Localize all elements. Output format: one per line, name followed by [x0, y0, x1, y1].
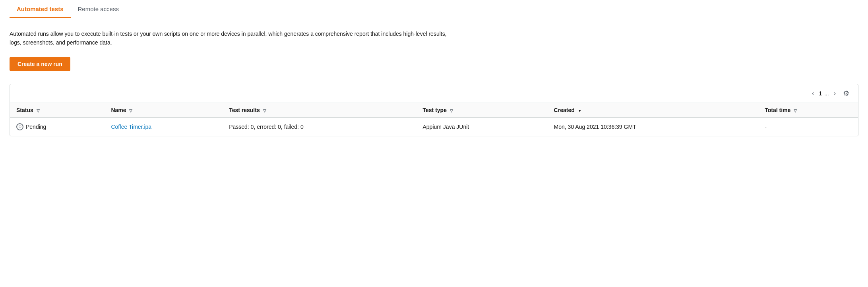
col-total-time-label: Total time	[765, 107, 790, 113]
pagination-controls: ‹ 1 ... › ⚙	[810, 89, 852, 98]
col-name-label: Name	[111, 107, 126, 113]
tab-automated-tests-label: Automated tests	[17, 6, 64, 12]
cell-status: ⊙ Pending	[10, 117, 105, 136]
table-settings-button[interactable]: ⚙	[841, 89, 852, 98]
tab-remote-access-label: Remote access	[78, 6, 119, 12]
cell-created: Mon, 30 Aug 2021 10:36:39 GMT	[548, 117, 759, 136]
data-table: Status ▽ Name ▽ Test results ▽ Test ty	[10, 103, 858, 136]
col-test-type-label: Test type	[423, 107, 447, 113]
pagination-next-button[interactable]: ›	[831, 89, 838, 97]
table-row: ⊙ Pending Coffee Timer.ipa Passed: 0, er…	[10, 117, 858, 136]
pagination-prev-button[interactable]: ‹	[810, 89, 816, 97]
pending-icon: ⊙	[16, 123, 23, 130]
sort-icon-test-type: ▽	[450, 109, 453, 113]
page-container: Automated tests Remote access Automated …	[0, 0, 868, 287]
pagination-current-page: 1	[819, 90, 822, 97]
col-test-type[interactable]: Test type ▽	[417, 103, 548, 118]
cell-name: Coffee Timer.ipa	[105, 117, 223, 136]
col-test-results[interactable]: Test results ▽	[223, 103, 416, 118]
gear-icon: ⚙	[843, 89, 849, 97]
run-name-link[interactable]: Coffee Timer.ipa	[111, 124, 151, 130]
status-label: Pending	[26, 124, 46, 130]
col-test-results-label: Test results	[229, 107, 260, 113]
cell-test-results: Passed: 0, errored: 0, failed: 0	[223, 117, 416, 136]
table-panel: ‹ 1 ... › ⚙ Status	[10, 84, 858, 136]
chevron-right-icon: ›	[834, 90, 836, 97]
col-status-label: Status	[16, 107, 33, 113]
content-area: Automated runs allow you to execute buil…	[0, 18, 868, 146]
cell-total-time: -	[758, 117, 858, 136]
status-cell: ⊙ Pending	[16, 123, 98, 130]
create-new-run-button[interactable]: Create a new run	[10, 57, 70, 71]
col-created[interactable]: Created ▼	[548, 103, 759, 118]
table-toolbar: ‹ 1 ... › ⚙	[10, 84, 858, 103]
pagination-ellipsis: ...	[824, 90, 829, 97]
description-text: Automated runs allow you to execute buil…	[10, 29, 447, 47]
sort-icon-created: ▼	[578, 109, 582, 113]
table-header-row: Status ▽ Name ▽ Test results ▽ Test ty	[10, 103, 858, 118]
sort-icon-test-results: ▽	[263, 109, 266, 113]
col-name[interactable]: Name ▽	[105, 103, 223, 118]
sort-icon-name: ▽	[129, 109, 132, 113]
chevron-left-icon: ‹	[812, 90, 814, 97]
sort-icon-total-time: ▽	[794, 109, 797, 113]
cell-test-type: Appium Java JUnit	[417, 117, 548, 136]
tabs-container: Automated tests Remote access	[0, 0, 868, 18]
col-total-time[interactable]: Total time ▽	[758, 103, 858, 118]
col-status[interactable]: Status ▽	[10, 103, 105, 118]
tab-automated-tests[interactable]: Automated tests	[10, 0, 71, 18]
col-created-label: Created	[554, 107, 575, 113]
sort-icon-status: ▽	[37, 109, 40, 113]
tab-remote-access[interactable]: Remote access	[71, 0, 126, 18]
